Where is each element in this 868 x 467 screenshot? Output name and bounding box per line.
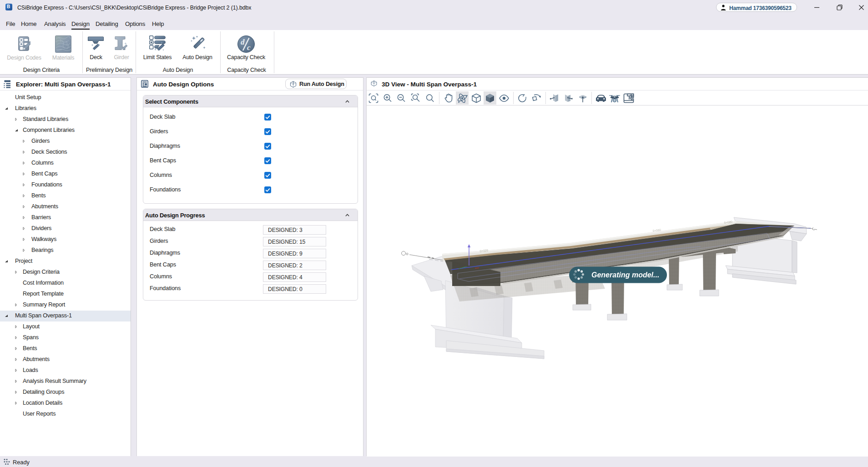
svg-text:Generating model...: Generating model... bbox=[591, 271, 659, 279]
svg-text:d: d bbox=[241, 38, 245, 46]
svg-text:c: c bbox=[247, 43, 251, 52]
